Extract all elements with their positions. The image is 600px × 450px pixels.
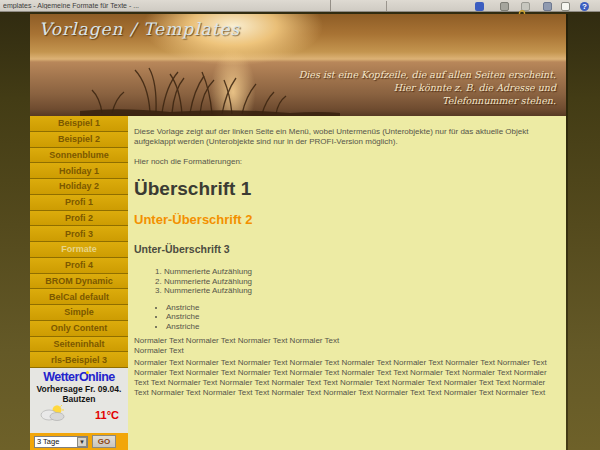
sidebar-item-holiday-1[interactable]: Holiday 1: [30, 163, 128, 179]
weather-widget: WetterOnline Vorhersage Fr. 09.04. Bautz…: [30, 368, 128, 450]
tab-title: emplates - Algemeine Formate für Texte -…: [3, 2, 323, 9]
sidebar-item-beispiel-1[interactable]: Beispiel 1: [30, 116, 128, 132]
numbered-list-item: Nummerierte Aufzählung: [164, 277, 558, 287]
logo-sun-o: O: [79, 370, 88, 384]
page-icon[interactable]: [561, 2, 570, 11]
tagline-line: Telefonnummer stehen.: [299, 94, 556, 107]
screen: emplates - Algemeine Formate für Texte -…: [0, 0, 600, 450]
sun-behind-cloud-icon: [39, 405, 67, 425]
bullet-list-item: Anstriche: [166, 303, 558, 313]
numbered-list: Nummerierte Aufzählung Nummerierte Aufzä…: [134, 267, 558, 296]
sidebar-item-profi-1[interactable]: Profi 1: [30, 195, 128, 211]
sidebar-item-formate[interactable]: Formate: [30, 242, 128, 258]
sidebar-item-only-content[interactable]: Only Content: [30, 321, 128, 337]
sidebar-item-profi-4[interactable]: Profi 4: [30, 258, 128, 274]
temperature-value: 11°C: [95, 409, 119, 421]
tagline-line: Hier könnte z. B. die Adresse und: [299, 81, 556, 94]
browser-toolbar: emplates - Algemeine Formate für Texte -…: [0, 0, 600, 12]
formats-intro: Hier noch die Formatierungen:: [134, 157, 558, 167]
tagline-line: Dies ist eine Kopfzeile, die auf allen S…: [299, 68, 556, 81]
sidebar-item-profi-2[interactable]: Profi 2: [30, 211, 128, 227]
sidebar-item-holiday-2[interactable]: Holiday 2: [30, 179, 128, 195]
forecast-period-value: 3 Tage: [37, 437, 77, 446]
normal-text-line: Normaler Text Normaler Text Normaler Tex…: [134, 336, 558, 346]
help-icon[interactable]: ?: [580, 2, 589, 11]
forecast-period-select[interactable]: 3 Tage ▼: [34, 436, 88, 448]
weather-go-button[interactable]: GO: [92, 435, 116, 448]
sidebar-item-sonnenblume[interactable]: Sonnenblume: [30, 148, 128, 164]
sidebar-item-brom-dynamic[interactable]: BROM Dynamic: [30, 274, 128, 290]
bullet-list-item: Anstriche: [166, 322, 558, 332]
discuss-icon[interactable]: [543, 2, 552, 11]
sidebar-item-beispiel-2[interactable]: Beispiel 2: [30, 132, 128, 148]
heading-2: Unter-Überschrift 2: [134, 213, 558, 227]
bullet-list-item: Anstriche: [166, 312, 558, 322]
intro-paragraph: Diese Vorlage zeigt auf der linken Seite…: [134, 127, 558, 147]
print-icon[interactable]: [500, 2, 509, 11]
bullet-list: Anstriche Anstriche Anstriche: [134, 303, 558, 332]
wetteronline-logo[interactable]: WetterOnline: [30, 370, 128, 384]
favorites-icon[interactable]: [475, 2, 484, 11]
sidebar-item-rls-beispiel-3[interactable]: rls-Beispiel 3: [30, 352, 128, 368]
numbered-list-item: Nummerierte Aufzählung: [164, 267, 558, 277]
forecast-city: Bautzen: [30, 394, 128, 404]
logo-text: Wetter: [43, 370, 79, 384]
main-content: Diese Vorlage zeigt auf der linken Seite…: [128, 116, 566, 450]
dropdown-arrow-icon[interactable]: ▼: [77, 437, 87, 447]
normal-text-paragraph: Normaler Text Normaler Text Normaler Tex…: [134, 336, 558, 356]
template-menu: Beispiel 1 Beispiel 2 Sonnenblume Holida…: [30, 116, 128, 368]
heading-1: Überschrift 1: [134, 179, 558, 199]
normal-text-block: Normaler Text Normaler Text Normaler Tex…: [134, 358, 558, 398]
weather-widget-body: WetterOnline Vorhersage Fr. 09.04. Bautz…: [30, 368, 128, 433]
sidebar-item-profi-3[interactable]: Profi 3: [30, 226, 128, 242]
sidebar-item-simple[interactable]: Simple: [30, 305, 128, 321]
site-title: Vorlagen / Templates: [39, 19, 240, 39]
heading-3: Unter-Überschrift 3: [134, 244, 558, 255]
toolbar-separator: [386, 1, 387, 11]
weather-widget-controls: 3 Tage ▼ GO: [30, 433, 128, 450]
header-tagline: Dies ist eine Kopfzeile, die auf allen S…: [299, 68, 556, 107]
sidebar-item-belcal-default[interactable]: BelCal default: [30, 289, 128, 305]
forecast-date: Vorhersage Fr. 09.04.: [30, 384, 128, 394]
sidebar-item-seiteninhalt[interactable]: Seiteninhalt: [30, 337, 128, 353]
sidebar: Beispiel 1 Beispiel 2 Sonnenblume Holida…: [30, 116, 128, 450]
browser-tab[interactable]: emplates - Algemeine Formate für Texte -…: [0, 0, 331, 12]
header-image: Vorlagen / Templates Dies ist eine Kopfz…: [30, 14, 566, 116]
normal-text-line: Normaler Text: [134, 346, 558, 356]
numbered-list-item: Nummerierte Aufzählung: [164, 286, 558, 296]
template-page: Vorlagen / Templates Dies ist eine Kopfz…: [30, 14, 568, 450]
logo-text: nline: [88, 370, 115, 384]
